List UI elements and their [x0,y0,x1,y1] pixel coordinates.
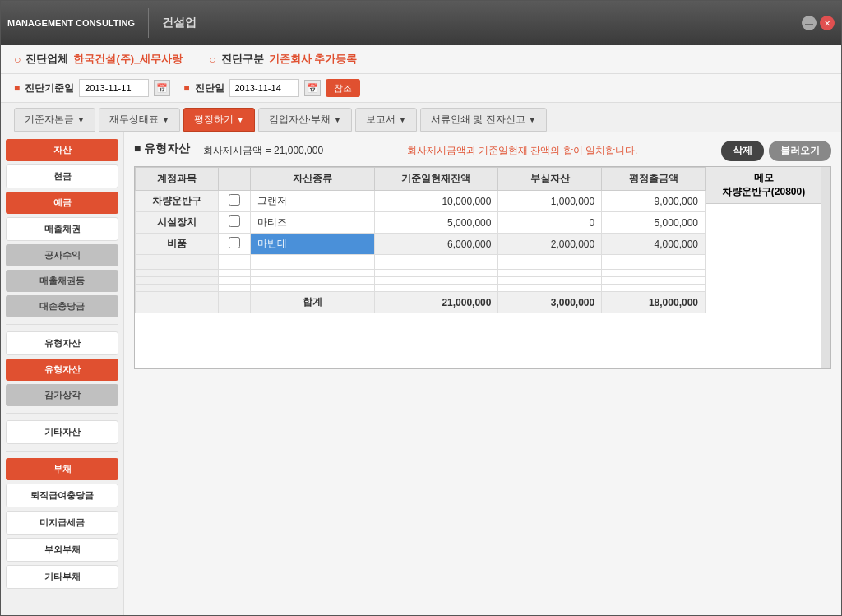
sidebar-divider3 [6,451,118,452]
diag-date-calendar-icon[interactable]: 📅 [304,80,321,96]
table-row-highlighted: 비품 마반테 6,000,000 2,000,000 4,000,000 [136,234,706,255]
sidebar-item-공사수익[interactable]: 공사수익 [6,244,118,266]
tab-label: 검업자산·부채 [269,113,331,127]
company-info: ○ 진단업체 한국건설(주)_세무사랑 [14,52,183,67]
delete-button[interactable]: 삭제 [721,141,764,161]
sidebar-item-유형자산[interactable]: 유형자산 [6,331,118,355]
sidebar-item-대손충당금[interactable]: 대손충당금 [6,295,118,317]
section-title: 유형자산 [134,141,190,156]
diag-date-item: ■ 진단일 📅 참조 [183,79,359,97]
checkbox-cell[interactable] [218,191,250,212]
row-checkbox[interactable] [229,194,240,206]
tab-arrow-icon: ▼ [334,116,341,124]
base-date-label: 진단기준일 [25,81,74,95]
memo-area: 메모차량운반구(20800) [706,167,821,368]
sidebar-item-매출채권[interactable]: 매출채권 [6,217,118,241]
sidebar-item-현금[interactable]: 현금 [6,164,118,188]
empty-impaired [498,285,602,292]
empty-type [250,270,374,277]
sidebar-item-기타부채[interactable]: 기타부채 [6,565,118,589]
table-row-empty [136,255,706,262]
sidebar-item-미지급세금[interactable]: 미지급세금 [6,511,118,535]
empty-balance [374,255,498,262]
table-row-empty [136,262,706,270]
empty-balance [374,285,498,292]
ref-button[interactable]: 참조 [326,79,360,97]
empty-check [218,262,250,270]
tab-재무상태표[interactable]: 재무상태표 ▼ [99,108,180,132]
sidebar-item-부채[interactable]: 부채 [6,458,118,480]
sidebar-item-퇴직급여충당금[interactable]: 퇴직급여충당금 [6,484,118,507]
sidebar-item-유형자산-active[interactable]: 유형자산 [6,359,118,381]
checkbox-cell[interactable] [218,212,250,234]
empty-impaired [498,277,602,285]
tab-label: 서류인쇄 및 전자신고 [431,113,525,127]
col-checkbox-header [218,168,250,191]
empty-type [250,285,374,292]
total-empty-label [136,292,219,313]
col-adjusted-header: 평정출금액 [602,168,706,191]
memo-header: 메모차량운반구(20800) [706,167,821,204]
col-account-header: 계정과목 [136,168,219,191]
tab-평정하기[interactable]: 평정하기 ▼ [183,108,255,132]
company-label: 진단업체 [25,52,68,67]
base-date-item: ■ 진단기준일 📅 [14,79,170,97]
total-empty-check [218,292,250,313]
tab-arrow-icon: ▼ [237,116,244,124]
table-row: 차량운반구 그랜저 10,000,000 1,000,000 9,000,000 [136,191,706,212]
company-amount: 회사제시금액 = 21,000,000 [203,144,323,158]
total-row: 합계 21,000,000 3,000,000 18,000,000 [136,292,706,313]
tab-label: 재무상태표 [109,113,159,127]
empty-account [136,285,219,292]
diag-date-bullet: ■ [183,82,189,94]
sidebar-item-부외부채[interactable]: 부외부채 [6,538,118,562]
total-text: 합계 [250,292,374,313]
recall-button[interactable]: 불러오기 [769,141,831,161]
base-date-calendar-icon[interactable]: 📅 [154,80,170,96]
sidebar-divider [6,324,118,325]
tab-검업자산부채[interactable]: 검업자산·부채 ▼ [258,108,352,132]
table-row-empty [136,270,706,277]
tab-arrow-icon: ▼ [77,116,85,124]
diag-date-label: 진단일 [195,81,224,95]
minimize-button[interactable]: — [802,16,817,30]
sidebar-item-자산[interactable]: 자산 [6,139,118,161]
tab-arrow-icon: ▼ [162,116,169,124]
empty-type [250,277,374,285]
tab-bar: 기준자본금 ▼ 재무상태표 ▼ 평정하기 ▼ 검업자산·부채 ▼ 보고서 ▼ 서… [1,103,841,132]
tab-기준자본금[interactable]: 기준자본금 ▼ [14,108,95,132]
tab-보고서[interactable]: 보고서 ▼ [355,108,417,132]
sidebar-item-감가상각[interactable]: 감가상각 [6,384,118,406]
row-checkbox[interactable] [229,237,240,248]
sidebar-item-매출채권등[interactable]: 매출채권등 [6,270,118,292]
sidebar: 자산 현금 예금 매출채권 공사수익 매출채권등 대손충당금 유형자산 유형자산… [1,132,124,615]
sidebar-item-예금[interactable]: 예금 [6,192,118,214]
title-bar: MANAGEMENT CONSULTING 건설업 — ✕ [1,1,841,45]
empty-account [136,270,219,277]
base-date-input[interactable] [79,79,149,97]
content-area: 유형자산 회사제시금액 = 21,000,000 회사제시금액과 기준일현재 잔… [124,132,841,615]
app-logo: MANAGEMENT CONSULTING [7,17,135,29]
sidebar-item-기타자산[interactable]: 기타자산 [6,420,118,444]
empty-balance [374,277,498,285]
balance-cell: 6,000,000 [374,234,498,255]
memo-content[interactable] [706,204,821,368]
empty-account [136,277,219,285]
empty-adjusted [602,262,706,270]
empty-balance [374,262,498,270]
close-button[interactable]: ✕ [820,16,835,30]
account-cell: 시설장치 [136,212,219,234]
diag-date-input[interactable] [229,79,299,97]
table-row-empty [136,277,706,285]
tab-서류인쇄[interactable]: 서류인쇄 및 전자신고 ▼ [420,108,547,132]
info-bar: ○ 진단업체 한국건설(주)_세무사랑 ○ 진단구분 기존회사 추가등록 [1,45,841,74]
scroll-indicator[interactable] [821,167,830,368]
alert-text: 회사제시금액과 기준일현재 잔액의 합이 일치합니다. [407,144,638,158]
row-checkbox[interactable] [229,215,240,227]
division-label: 진단구분 [221,52,264,67]
tab-arrow-icon: ▼ [399,116,406,124]
tab-label: 평정하기 [194,113,234,127]
sidebar-divider2 [6,413,118,414]
total-balance: 21,000,000 [374,292,498,313]
checkbox-cell[interactable] [218,234,250,255]
